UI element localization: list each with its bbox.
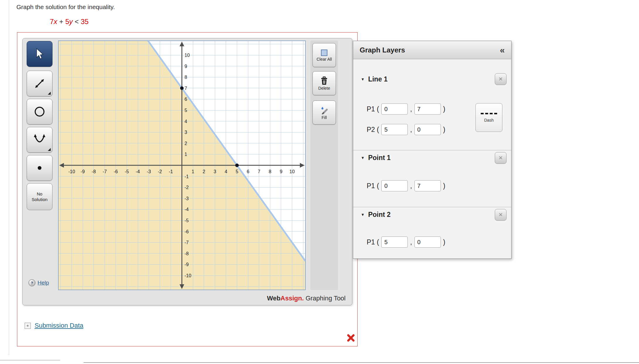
page-left-border: [9, 0, 9, 355]
help-link[interactable]: Help: [38, 280, 49, 286]
graph-canvas-frame: -10-9-8-7-6-5-4-3-2-112345678910-10-9-8-…: [58, 40, 306, 290]
caret-down-icon[interactable]: ▼: [361, 156, 365, 160]
plus-operator: +: [57, 18, 65, 25]
line1-p1-x-input[interactable]: [381, 103, 408, 115]
coord-label: P1 (: [367, 105, 379, 113]
variable-y: y: [69, 18, 73, 25]
point-tool-button[interactable]: [27, 155, 52, 181]
point2-x-input[interactable]: [381, 237, 408, 248]
comma-separator: ,: [410, 105, 412, 113]
line1-p2-x-input[interactable]: [381, 124, 408, 135]
svg-text:4: 4: [185, 119, 187, 124]
svg-text:10: 10: [185, 53, 190, 58]
plotted-point[interactable]: [235, 164, 239, 167]
svg-text:5: 5: [236, 169, 238, 174]
point1-x-input[interactable]: [381, 180, 408, 191]
close-icon: ×: [499, 75, 503, 83]
point2-label: Point 2: [368, 211, 391, 219]
line-tool-icon: [33, 77, 46, 90]
svg-text:-3: -3: [185, 196, 189, 201]
svg-text:-3: -3: [147, 169, 151, 174]
select-tool-button[interactable]: [27, 41, 52, 67]
point1-close-button[interactable]: ×: [495, 152, 507, 164]
line-style-dash-button[interactable]: Dash: [475, 103, 502, 132]
variable-x: x: [54, 18, 57, 25]
point2-y-input[interactable]: [414, 237, 441, 248]
svg-text:-2: -2: [185, 185, 189, 190]
line1-p2-y-input[interactable]: [414, 124, 441, 135]
fill-button[interactable]: Fill: [312, 101, 336, 125]
circle-tool-button[interactable]: [27, 99, 52, 125]
graph-layers-header: Graph Layers «: [353, 41, 511, 59]
svg-text:-6: -6: [185, 229, 189, 234]
dash-label: Dash: [484, 118, 494, 123]
close-paren: ): [443, 126, 446, 134]
submission-data-link[interactable]: Submission Data: [35, 322, 83, 329]
svg-text:-9: -9: [81, 169, 85, 174]
svg-text:8: 8: [185, 75, 187, 80]
expand-plus-icon[interactable]: +: [25, 323, 31, 329]
svg-text:6: 6: [247, 169, 249, 174]
svg-text:-6: -6: [114, 169, 118, 174]
help-icon: ?: [28, 279, 35, 286]
svg-text:-7: -7: [103, 169, 107, 174]
brand-suffix: Graphing Tool: [304, 295, 346, 302]
graph-canvas[interactable]: -10-9-8-7-6-5-4-3-2-112345678910-10-9-8-…: [59, 41, 305, 290]
coord-label: P1 (: [367, 238, 379, 246]
svg-text:-5: -5: [125, 169, 129, 174]
delete-button[interactable]: Delete: [312, 71, 336, 95]
fill-icon: [320, 106, 328, 114]
inequality-equation: 7x + 5y < 35: [50, 18, 89, 26]
close-paren: ): [443, 238, 446, 246]
svg-text:4: 4: [225, 169, 227, 174]
question-prompt: Graph the solution for the inequality.: [16, 4, 115, 11]
point-tool-icon: [33, 161, 46, 175]
coefficient: 5: [65, 18, 69, 25]
coord-label: P2 (: [367, 126, 379, 134]
select-cursor-icon: [35, 48, 45, 60]
page-bottom-border-right: [84, 362, 639, 363]
caret-down-icon[interactable]: ▼: [361, 77, 365, 81]
comma-separator: ,: [410, 238, 412, 246]
clear-all-button[interactable]: Clear All: [312, 43, 336, 67]
circle-tool-icon: [33, 105, 46, 118]
svg-text:1: 1: [192, 169, 194, 174]
svg-text:-9: -9: [185, 262, 189, 267]
line1-section-header[interactable]: ▼ Line 1 ×: [353, 72, 511, 87]
svg-text:9: 9: [185, 64, 187, 69]
graph-layers-title: Graph Layers: [360, 46, 405, 54]
svg-text:-7: -7: [185, 240, 189, 245]
point1-label: Point 1: [368, 154, 391, 162]
svg-text:10: 10: [290, 169, 295, 174]
clear-all-icon: [321, 50, 327, 56]
line1-close-button[interactable]: ×: [495, 73, 507, 85]
svg-text:-8: -8: [92, 169, 96, 174]
close-paren: ): [443, 105, 446, 113]
line1-p1-row: P1 ( , ): [367, 103, 445, 115]
point2-section-header[interactable]: ▼ Point 2 ×: [353, 207, 511, 222]
svg-text:-10: -10: [68, 169, 75, 174]
trash-icon: [320, 76, 328, 85]
point2-close-button[interactable]: ×: [495, 209, 507, 221]
question-mark-glyph: ?: [31, 281, 33, 285]
parabola-tool-button[interactable]: [27, 127, 52, 153]
point1-p1-row: P1 ( , ): [367, 180, 445, 192]
line1-p1-y-input[interactable]: [414, 103, 441, 115]
no-solution-button[interactable]: No Solution: [27, 183, 52, 210]
svg-text:-4: -4: [136, 169, 140, 174]
caret-down-icon[interactable]: ▼: [361, 212, 365, 217]
point1-y-input[interactable]: [414, 180, 441, 191]
coord-label: P1 (: [367, 182, 379, 190]
submission-data-row: + Submission Data: [25, 322, 83, 329]
plus-glyph: +: [26, 323, 29, 328]
point1-section-header[interactable]: ▼ Point 1 ×: [353, 150, 511, 165]
line-tool-button[interactable]: [27, 71, 52, 96]
brand-web: Web: [267, 295, 281, 302]
collapse-panel-button[interactable]: «: [500, 45, 505, 55]
close-icon: ×: [499, 211, 503, 219]
dashed-line-icon: [481, 113, 497, 114]
plotted-point[interactable]: [180, 86, 184, 90]
comma-separator: ,: [410, 126, 412, 134]
svg-text:3: 3: [185, 130, 187, 135]
axis-arrowhead: [300, 163, 305, 168]
